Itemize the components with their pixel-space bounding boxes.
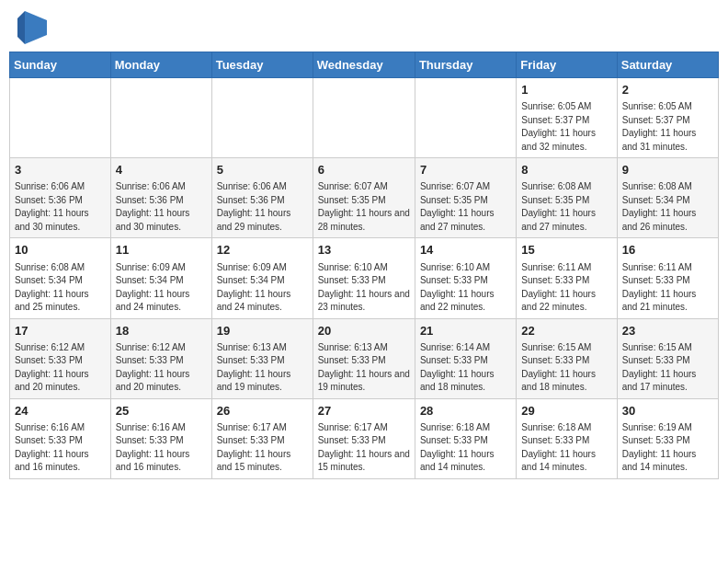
day-number: 4	[116, 162, 207, 178]
svg-marker-0	[25, 11, 47, 44]
weekday-header: Friday	[517, 52, 617, 78]
day-number: 21	[420, 323, 511, 339]
calendar-cell	[415, 78, 516, 158]
day-number: 9	[622, 162, 713, 178]
day-info: Sunrise: 6:10 AM Sunset: 5:33 PM Dayligh…	[420, 261, 511, 315]
calendar-cell: 19Sunrise: 6:13 AM Sunset: 5:33 PM Dayli…	[211, 318, 313, 398]
day-number: 17	[15, 323, 106, 339]
day-number: 2	[622, 82, 713, 98]
day-number: 8	[521, 162, 611, 178]
day-info: Sunrise: 6:13 AM Sunset: 5:33 PM Dayligh…	[318, 341, 410, 395]
calendar-cell: 12Sunrise: 6:09 AM Sunset: 5:34 PM Dayli…	[211, 238, 313, 318]
day-info: Sunrise: 6:05 AM Sunset: 5:37 PM Dayligh…	[622, 100, 713, 154]
calendar-cell: 1Sunrise: 6:05 AM Sunset: 5:37 PM Daylig…	[517, 78, 617, 158]
day-number: 3	[15, 162, 106, 178]
calendar-cell: 21Sunrise: 6:14 AM Sunset: 5:33 PM Dayli…	[415, 318, 516, 398]
day-number: 23	[622, 323, 713, 339]
calendar-row: 3Sunrise: 6:06 AM Sunset: 5:36 PM Daylig…	[10, 158, 719, 238]
calendar-cell	[10, 78, 111, 158]
calendar-cell: 14Sunrise: 6:10 AM Sunset: 5:33 PM Dayli…	[415, 238, 516, 318]
day-info: Sunrise: 6:07 AM Sunset: 5:35 PM Dayligh…	[420, 180, 511, 234]
day-info: Sunrise: 6:17 AM Sunset: 5:33 PM Dayligh…	[217, 421, 308, 475]
day-number: 27	[318, 403, 410, 419]
calendar-row: 24Sunrise: 6:16 AM Sunset: 5:33 PM Dayli…	[10, 398, 719, 478]
calendar-cell: 16Sunrise: 6:11 AM Sunset: 5:33 PM Dayli…	[617, 238, 718, 318]
calendar-cell: 3Sunrise: 6:06 AM Sunset: 5:36 PM Daylig…	[10, 158, 111, 238]
calendar-table: SundayMondayTuesdayWednesdayThursdayFrid…	[9, 52, 719, 479]
calendar-cell: 6Sunrise: 6:07 AM Sunset: 5:35 PM Daylig…	[313, 158, 415, 238]
svg-marker-1	[17, 11, 25, 44]
day-info: Sunrise: 6:12 AM Sunset: 5:33 PM Dayligh…	[116, 341, 207, 395]
day-number: 1	[521, 82, 611, 98]
day-number: 24	[15, 403, 106, 419]
day-info: Sunrise: 6:08 AM Sunset: 5:35 PM Dayligh…	[521, 180, 611, 234]
weekday-header: Thursday	[415, 52, 516, 78]
weekday-header: Monday	[110, 52, 211, 78]
day-info: Sunrise: 6:16 AM Sunset: 5:33 PM Dayligh…	[15, 421, 106, 475]
day-info: Sunrise: 6:16 AM Sunset: 5:33 PM Dayligh…	[116, 421, 207, 475]
day-info: Sunrise: 6:13 AM Sunset: 5:33 PM Dayligh…	[217, 341, 308, 395]
calendar-cell: 2Sunrise: 6:05 AM Sunset: 5:37 PM Daylig…	[617, 78, 718, 158]
day-number: 5	[217, 162, 308, 178]
weekday-header: Wednesday	[313, 52, 415, 78]
calendar-cell: 18Sunrise: 6:12 AM Sunset: 5:33 PM Dayli…	[110, 318, 211, 398]
day-number: 20	[318, 323, 410, 339]
day-number: 18	[116, 323, 207, 339]
weekday-header: Sunday	[10, 52, 111, 78]
day-info: Sunrise: 6:07 AM Sunset: 5:35 PM Dayligh…	[318, 180, 410, 234]
calendar-row: 17Sunrise: 6:12 AM Sunset: 5:33 PM Dayli…	[10, 318, 719, 398]
calendar-row: 1Sunrise: 6:05 AM Sunset: 5:37 PM Daylig…	[10, 78, 719, 158]
calendar-cell: 30Sunrise: 6:19 AM Sunset: 5:33 PM Dayli…	[617, 398, 718, 478]
day-number: 28	[420, 403, 511, 419]
weekday-header: Saturday	[617, 52, 718, 78]
calendar-cell: 23Sunrise: 6:15 AM Sunset: 5:33 PM Dayli…	[617, 318, 718, 398]
calendar-cell: 11Sunrise: 6:09 AM Sunset: 5:34 PM Dayli…	[110, 238, 211, 318]
day-info: Sunrise: 6:08 AM Sunset: 5:34 PM Dayligh…	[622, 180, 713, 234]
day-info: Sunrise: 6:11 AM Sunset: 5:33 PM Dayligh…	[622, 261, 713, 315]
day-info: Sunrise: 6:09 AM Sunset: 5:34 PM Dayligh…	[116, 261, 207, 315]
day-info: Sunrise: 6:05 AM Sunset: 5:37 PM Dayligh…	[521, 100, 611, 154]
calendar-cell	[313, 78, 415, 158]
day-number: 16	[622, 242, 713, 259]
calendar-cell: 9Sunrise: 6:08 AM Sunset: 5:34 PM Daylig…	[617, 158, 718, 238]
calendar-cell: 10Sunrise: 6:08 AM Sunset: 5:34 PM Dayli…	[10, 238, 111, 318]
day-info: Sunrise: 6:06 AM Sunset: 5:36 PM Dayligh…	[217, 180, 308, 234]
day-info: Sunrise: 6:18 AM Sunset: 5:33 PM Dayligh…	[521, 421, 611, 475]
calendar-cell: 27Sunrise: 6:17 AM Sunset: 5:33 PM Dayli…	[313, 398, 415, 478]
calendar-cell: 8Sunrise: 6:08 AM Sunset: 5:35 PM Daylig…	[517, 158, 617, 238]
calendar-cell: 24Sunrise: 6:16 AM Sunset: 5:33 PM Dayli…	[10, 398, 111, 478]
day-number: 13	[318, 242, 410, 259]
day-info: Sunrise: 6:12 AM Sunset: 5:33 PM Dayligh…	[15, 341, 106, 395]
day-number: 19	[217, 323, 308, 339]
calendar-cell: 5Sunrise: 6:06 AM Sunset: 5:36 PM Daylig…	[211, 158, 313, 238]
calendar-row: 10Sunrise: 6:08 AM Sunset: 5:34 PM Dayli…	[10, 238, 719, 318]
logo-icon	[17, 11, 47, 44]
day-info: Sunrise: 6:10 AM Sunset: 5:33 PM Dayligh…	[318, 261, 410, 315]
day-number: 30	[622, 403, 713, 419]
day-info: Sunrise: 6:17 AM Sunset: 5:33 PM Dayligh…	[318, 421, 410, 475]
calendar-cell: 26Sunrise: 6:17 AM Sunset: 5:33 PM Dayli…	[211, 398, 313, 478]
day-number: 22	[521, 323, 611, 339]
day-number: 6	[318, 162, 410, 178]
day-info: Sunrise: 6:09 AM Sunset: 5:34 PM Dayligh…	[217, 261, 308, 315]
day-number: 12	[217, 242, 308, 259]
calendar-cell: 4Sunrise: 6:06 AM Sunset: 5:36 PM Daylig…	[110, 158, 211, 238]
day-info: Sunrise: 6:06 AM Sunset: 5:36 PM Dayligh…	[15, 180, 106, 234]
day-info: Sunrise: 6:14 AM Sunset: 5:33 PM Dayligh…	[420, 341, 511, 395]
calendar-cell: 28Sunrise: 6:18 AM Sunset: 5:33 PM Dayli…	[415, 398, 516, 478]
day-info: Sunrise: 6:15 AM Sunset: 5:33 PM Dayligh…	[521, 341, 611, 395]
calendar-cell: 13Sunrise: 6:10 AM Sunset: 5:33 PM Dayli…	[313, 238, 415, 318]
day-info: Sunrise: 6:19 AM Sunset: 5:33 PM Dayligh…	[622, 421, 713, 475]
day-number: 10	[15, 242, 106, 259]
weekday-header: Tuesday	[211, 52, 313, 78]
calendar-cell: 25Sunrise: 6:16 AM Sunset: 5:33 PM Dayli…	[110, 398, 211, 478]
day-number: 7	[420, 162, 511, 178]
calendar-cell: 29Sunrise: 6:18 AM Sunset: 5:33 PM Dayli…	[517, 398, 617, 478]
day-number: 11	[116, 242, 207, 259]
day-info: Sunrise: 6:18 AM Sunset: 5:33 PM Dayligh…	[420, 421, 511, 475]
calendar-cell: 7Sunrise: 6:07 AM Sunset: 5:35 PM Daylig…	[415, 158, 516, 238]
calendar-cell: 22Sunrise: 6:15 AM Sunset: 5:33 PM Dayli…	[517, 318, 617, 398]
calendar-cell: 15Sunrise: 6:11 AM Sunset: 5:33 PM Dayli…	[517, 238, 617, 318]
calendar-cell	[110, 78, 211, 158]
day-number: 26	[217, 403, 308, 419]
